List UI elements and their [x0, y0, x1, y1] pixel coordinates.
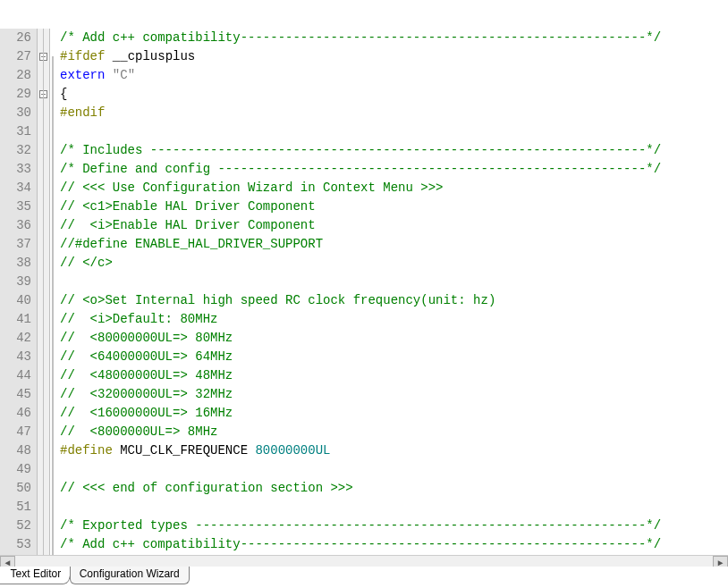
code-line[interactable]: 50// <<< end of configuration section >>… — [0, 479, 728, 498]
line-number: 38 — [0, 254, 38, 273]
fold-gutter[interactable] — [38, 160, 50, 179]
fold-gutter[interactable] — [38, 85, 50, 104]
fold-gutter[interactable] — [38, 141, 50, 160]
code-text[interactable]: // <<< end of configuration section >>> — [59, 479, 728, 498]
change-marker — [50, 441, 59, 460]
code-text[interactable]: // <8000000UL=> 8MHz — [59, 423, 728, 441]
code-text[interactable]: { — [59, 85, 728, 104]
fold-gutter[interactable] — [38, 441, 50, 460]
line-number: 44 — [0, 366, 38, 385]
code-line[interactable]: 35// <c1>Enable HAL Driver Component — [0, 197, 728, 216]
fold-gutter[interactable] — [38, 197, 50, 216]
line-number: 28 — [0, 66, 38, 85]
fold-gutter[interactable] — [38, 404, 50, 423]
fold-gutter[interactable] — [38, 104, 50, 122]
code-text[interactable]: // </c> — [59, 254, 728, 273]
fold-gutter[interactable] — [38, 385, 50, 404]
code-line[interactable]: 26/* Add c++ compatibility--------------… — [0, 29, 728, 47]
fold-gutter[interactable] — [38, 273, 50, 291]
code-text[interactable] — [59, 273, 728, 291]
code-text[interactable]: // <o>Set Internal high speed RC clock f… — [59, 291, 728, 310]
tab-text-editor[interactable]: Text Editor — [0, 567, 72, 584]
code-line[interactable]: 48#define MCU_CLK_FREQUENCE 80000000UL — [0, 441, 728, 460]
change-marker — [50, 160, 59, 179]
code-line[interactable]: 30#endif — [0, 104, 728, 122]
code-line[interactable]: 41// <i>Default: 80MHz — [0, 310, 728, 329]
code-line[interactable]: 33/* Define and config -----------------… — [0, 160, 728, 179]
fold-gutter[interactable] — [38, 348, 50, 366]
change-marker — [50, 235, 59, 254]
code-line[interactable]: 49 — [0, 460, 728, 479]
fold-gutter[interactable] — [38, 460, 50, 479]
fold-gutter[interactable] — [38, 235, 50, 254]
code-text[interactable]: #ifdef __cplusplus — [59, 47, 728, 66]
fold-gutter[interactable] — [38, 47, 50, 66]
line-number: 32 — [0, 141, 38, 160]
code-text[interactable]: #define MCU_CLK_FREQUENCE 80000000UL — [59, 441, 728, 460]
code-line[interactable]: 40// <o>Set Internal high speed RC clock… — [0, 291, 728, 310]
fold-gutter[interactable] — [38, 498, 50, 517]
code-text[interactable]: // <16000000UL=> 16MHz — [59, 404, 728, 423]
change-marker — [50, 122, 59, 141]
fold-gutter[interactable] — [38, 423, 50, 441]
code-text[interactable]: /* Define and config -------------------… — [59, 160, 728, 179]
code-line[interactable]: 39 — [0, 273, 728, 291]
fold-gutter[interactable] — [38, 329, 50, 348]
fold-gutter[interactable] — [38, 517, 50, 535]
code-text[interactable] — [59, 498, 728, 517]
line-number: 43 — [0, 348, 38, 366]
code-line[interactable]: 38// </c> — [0, 254, 728, 273]
code-line[interactable]: 34// <<< Use Configuration Wizard in Con… — [0, 179, 728, 197]
code-text[interactable]: // <<< Use Configuration Wizard in Conte… — [59, 179, 728, 197]
code-line[interactable]: 51 — [0, 498, 728, 517]
code-text[interactable] — [59, 460, 728, 479]
fold-gutter[interactable] — [38, 291, 50, 310]
fold-gutter[interactable] — [38, 29, 50, 47]
line-number: 49 — [0, 460, 38, 479]
code-text[interactable]: /* Exported types ----------------------… — [59, 517, 728, 535]
fold-gutter[interactable] — [38, 310, 50, 329]
code-line[interactable]: 43// <64000000UL=> 64MHz — [0, 348, 728, 366]
code-line[interactable]: 28extern "C" — [0, 66, 728, 85]
fold-gutter[interactable] — [38, 366, 50, 385]
code-line[interactable]: 31 — [0, 122, 728, 141]
code-text[interactable]: /* Includes ----------------------------… — [59, 141, 728, 160]
code-line[interactable]: 37//#define ENABLE_HAL_DRIVER_SUPPORT — [0, 235, 728, 254]
code-line[interactable]: 29{ — [0, 85, 728, 104]
code-text[interactable]: // <i>Enable HAL Driver Component — [59, 216, 728, 235]
code-text[interactable]: extern "C" — [59, 66, 728, 85]
line-number: 33 — [0, 160, 38, 179]
code-text[interactable] — [59, 122, 728, 141]
code-line[interactable]: 42// <80000000UL=> 80MHz — [0, 329, 728, 348]
code-line[interactable]: 32/* Includes --------------------------… — [0, 141, 728, 160]
fold-gutter[interactable] — [38, 254, 50, 273]
code-text[interactable]: //#define ENABLE_HAL_DRIVER_SUPPORT — [59, 235, 728, 254]
code-text[interactable]: // <32000000UL=> 32MHz — [59, 385, 728, 404]
code-line[interactable]: 52/* Exported types --------------------… — [0, 517, 728, 535]
code-line[interactable]: 53/* Add c++ compatibility--------------… — [0, 535, 728, 554]
code-text[interactable]: // <i>Default: 80MHz — [59, 310, 728, 329]
line-number: 34 — [0, 179, 38, 197]
code-line[interactable]: 36// <i>Enable HAL Driver Component — [0, 216, 728, 235]
change-marker — [50, 291, 59, 310]
tab-configuration-wizard[interactable]: Configuration Wizard — [70, 567, 190, 584]
code-line[interactable]: 46// <16000000UL=> 16MHz — [0, 404, 728, 423]
code-line[interactable]: 47// <8000000UL=> 8MHz — [0, 423, 728, 441]
code-line[interactable]: 27#ifdef __cplusplus — [0, 47, 728, 66]
fold-gutter[interactable] — [38, 535, 50, 554]
fold-gutter[interactable] — [38, 216, 50, 235]
code-line[interactable]: 44// <48000000UL=> 48MHz — [0, 366, 728, 385]
code-line[interactable]: 45// <32000000UL=> 32MHz — [0, 385, 728, 404]
fold-gutter[interactable] — [38, 66, 50, 85]
code-text[interactable]: // <48000000UL=> 48MHz — [59, 366, 728, 385]
code-text[interactable]: /* Add c++ compatibility----------------… — [59, 29, 728, 47]
code-text[interactable]: // <80000000UL=> 80MHz — [59, 329, 728, 348]
code-text[interactable]: // <c1>Enable HAL Driver Component — [59, 197, 728, 216]
fold-gutter[interactable] — [38, 479, 50, 498]
code-editor[interactable]: 26/* Add c++ compatibility--------------… — [0, 0, 728, 563]
fold-gutter[interactable] — [38, 122, 50, 141]
code-text[interactable]: /* Add c++ compatibility----------------… — [59, 535, 728, 554]
code-text[interactable]: #endif — [59, 104, 728, 122]
fold-gutter[interactable] — [38, 179, 50, 197]
code-text[interactable]: // <64000000UL=> 64MHz — [59, 348, 728, 366]
